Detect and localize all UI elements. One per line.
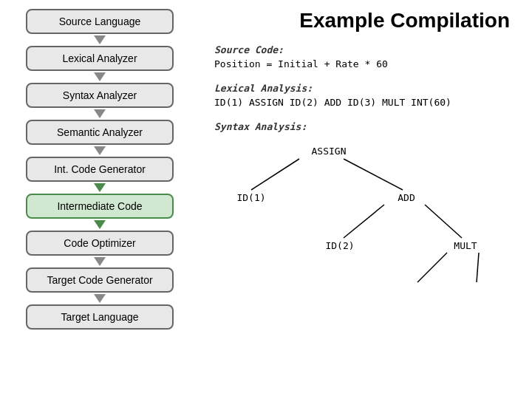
pipeline: Source Language Lexical Analyzer Syntax … <box>0 0 200 399</box>
arrow-7 <box>94 294 106 303</box>
node-add: ADD <box>398 192 415 203</box>
box-code-optimizer: Code Optimizer <box>26 231 174 256</box>
box-semantic-analyzer: Semantic Analyzer <box>26 120 174 145</box>
arrow-5 <box>94 220 106 229</box>
box-target-language: Target Language <box>26 304 174 330</box>
arrow-6 <box>94 257 106 266</box>
node-mult: MULT <box>454 240 477 251</box>
box-target-code-generator: Target Code Generator <box>26 267 174 293</box>
source-code-content: Position = Initial + Rate * 60 <box>214 58 517 69</box>
syntax-tree: ASSIGN ID(1) ADD ID(2) MULT <box>214 138 517 286</box>
svg-line-5 <box>477 253 479 282</box>
node-id1: ID(1) <box>236 192 265 203</box>
lexical-section: Lexical Analysis: ID(1) ASSIGN ID(2) ADD… <box>214 83 517 108</box>
syntax-tree-svg: ASSIGN ID(1) ADD ID(2) MULT <box>214 138 488 286</box>
syntax-label: Syntax Analysis: <box>214 121 517 132</box>
source-code-label: Source Code: <box>214 44 517 55</box>
svg-line-1 <box>344 159 403 190</box>
svg-line-3 <box>425 205 462 238</box>
arrow-3 <box>94 146 106 155</box>
details-panel: Source Code: Position = Initial + Rate *… <box>200 0 532 399</box>
syntax-section: Syntax Analysis: ASSIGN ID(1) ADD <box>214 121 517 286</box>
node-assign: ASSIGN <box>312 146 347 157</box>
box-source-language: Source Language <box>26 9 174 34</box>
arrow-4 <box>94 183 106 192</box>
page: Example Compilation Source Language Lexi… <box>0 0 532 399</box>
arrow-0 <box>94 35 106 44</box>
lexical-label: Lexical Analysis: <box>214 83 517 94</box>
page-title: Example Compilation <box>207 9 517 40</box>
svg-line-0 <box>251 159 299 190</box>
box-syntax-analyzer: Syntax Analyzer <box>26 83 174 108</box>
node-id3: ID(3) <box>395 284 424 286</box>
arrow-2 <box>94 109 106 118</box>
box-intermediate-code: Intermediate Code <box>26 194 174 219</box>
svg-line-2 <box>344 205 384 238</box>
lexical-content: ID(1) ASSIGN ID(2) ADD ID(3) MULT INT(60… <box>214 97 517 108</box>
box-int-code-generator: Int. Code Generator <box>26 157 174 182</box>
box-lexical-analyzer: Lexical Analyzer <box>26 46 174 71</box>
node-id2: ID(2) <box>325 240 354 251</box>
node-int60: INT(60) <box>460 284 488 286</box>
source-code-section: Source Code: Position = Initial + Rate *… <box>214 44 517 69</box>
svg-line-4 <box>417 253 447 282</box>
arrow-1 <box>94 72 106 81</box>
